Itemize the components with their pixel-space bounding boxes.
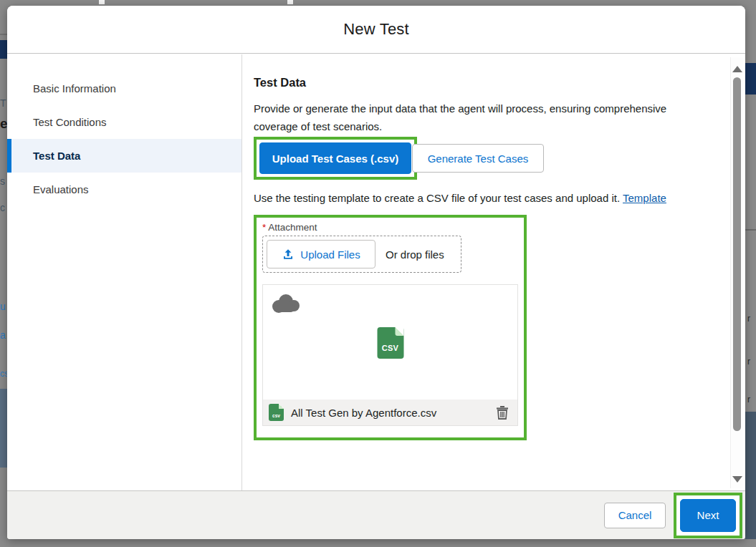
cloud-icon [270,294,303,318]
upload-files-label: Upload Files [300,248,360,261]
annotation-box-attachment: *Attachment Upload Files Or drop files [254,215,527,440]
data-source-tabs: Upload Test Cases (.csv) Generate Test C… [254,137,729,180]
template-instruction-text: Use the testing template to create a CSV… [254,192,620,204]
file-preview-card: CSV csv All Test Gen by Agentforce.csv [262,284,518,426]
required-asterisk: * [262,222,266,233]
csv-file-icon-label: CSV [382,344,399,352]
scroll-down-arrow[interactable] [732,476,742,483]
sidebar-item-label: Test Conditions [33,116,107,128]
template-link[interactable]: Template [623,192,666,204]
csv-file-type-icon: csv [269,404,284,421]
new-test-modal: New Test Basic Information Test Conditio… [7,6,745,539]
file-dropzone[interactable]: Upload Files Or drop files [262,236,461,273]
template-instruction: Use the testing template to create a CSV… [254,192,729,204]
uploaded-file-row[interactable]: csv All Test Gen by Agentforce.csv [263,400,517,425]
page-behind-navbar-fragment [0,40,7,59]
page-behind-text: r [747,394,756,405]
page-behind-text: T [0,97,7,109]
annotation-box-next: Next [674,493,742,538]
step-sidebar: Basic Information Test Conditions Test D… [7,54,242,490]
page-behind-text: r [747,314,756,324]
page-behind-text: a [0,329,7,341]
attachment-label-text: Attachment [268,222,317,233]
cancel-button[interactable]: Cancel [604,503,666,528]
csv-file-icon: CSV [377,327,403,359]
sidebar-item-evaluations[interactable]: Evaluations [7,173,241,206]
file-name: All Test Gen by Agentforce.csv [291,407,496,419]
sidebar-item-test-data[interactable]: Test Data [7,139,241,173]
modal-title: New Test [343,20,409,39]
content-pane: Test Data Provide or generate the input … [243,54,729,490]
page-behind-notch [287,0,293,4]
page-behind-text: e [0,116,7,132]
modal-header: New Test [7,6,745,54]
page-behind-text: c [0,202,7,213]
page-behind-panel-fragment [0,389,7,468]
page-behind-text: s [0,175,7,187]
upload-files-button[interactable]: Upload Files [267,240,375,268]
sidebar-item-label: Evaluations [33,183,89,195]
trash-icon [496,405,509,420]
sidebar-item-test-conditions[interactable]: Test Conditions [7,105,241,139]
delete-file-button[interactable] [496,405,509,420]
next-button[interactable]: Next [680,499,736,532]
annotation-box-upload-tab: Upload Test Cases (.csv) [254,137,417,180]
scroll-up-arrow[interactable] [732,66,742,72]
page-behind-text: cs [0,369,7,379]
modal-footer: Cancel Next [7,490,745,539]
scrollbar-thumb[interactable] [733,77,741,431]
section-heading: Test Data [254,76,729,89]
section-description: Provide or generate the input data that … [254,100,712,135]
page-behind-divider [0,34,7,35]
sidebar-item-label: Basic Information [33,82,116,95]
screenshot-root: T e s c u a cs r r r New Test Basic Info… [0,0,756,547]
page-behind-text: u [0,301,7,312]
page-behind-navbar-fragment [745,63,756,95]
attachment-label: *Attachment [262,222,524,233]
page-behind-notch [99,0,105,4]
page-behind-panel-fragment [745,412,756,539]
page-behind-text: r [747,357,756,367]
page-behind-divider [745,229,756,231]
sidebar-item-basic-information[interactable]: Basic Information [7,72,241,105]
upload-icon [282,248,295,261]
drop-files-text: Or drop files [375,248,457,261]
generate-test-cases-tab[interactable]: Generate Test Cases [412,144,544,173]
sidebar-item-label: Test Data [33,150,80,162]
upload-test-cases-tab[interactable]: Upload Test Cases (.csv) [259,142,411,174]
csv-file-type-label: csv [272,413,280,418]
scrollbar[interactable] [730,57,743,488]
